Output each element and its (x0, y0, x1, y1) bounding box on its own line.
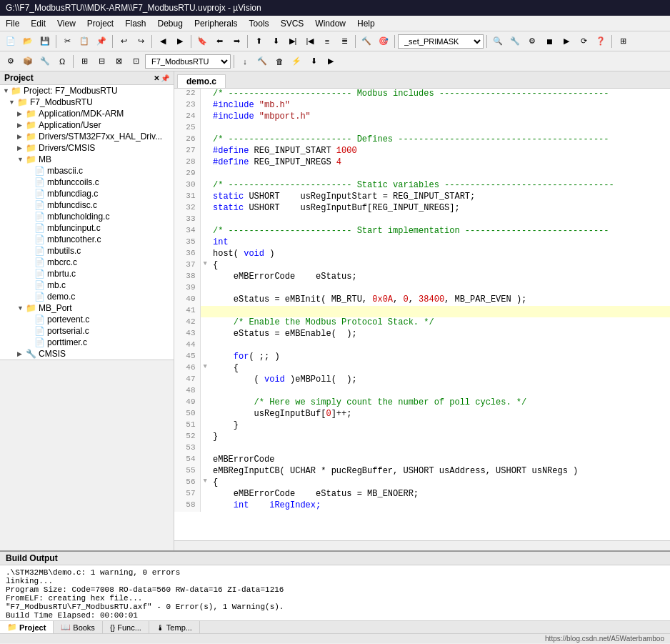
code-content[interactable]: eMBErrorCode eStatus = MB_ENOERR; (210, 489, 670, 500)
code-content[interactable]: usRegInputBuf[0]++; (210, 409, 670, 420)
code-content[interactable]: #include "mb.h" (210, 100, 670, 112)
tree-item-drivers-stm[interactable]: ▶📁Drivers/STM32F7xx_HAL_Driv... (0, 131, 174, 142)
tree-item-mbfuncinput[interactable]: 📄mbfuncinput.c (0, 222, 174, 234)
tb2-btn1[interactable]: ⚙ (3, 54, 19, 69)
tb2-clean[interactable]: 🗑 (271, 54, 287, 69)
code-content[interactable]: } (210, 420, 670, 432)
tree-item-mb-port[interactable]: ▼📁MB_Port (0, 302, 174, 314)
tb2-build[interactable]: 🔨 (254, 54, 270, 69)
code-content[interactable]: static USHORT usRegInputBuf[REG_INPUT_NR… (210, 203, 670, 214)
bottom-tab-temp[interactable]: 🌡Temp... (149, 621, 200, 633)
code-content[interactable]: } (210, 432, 670, 443)
tree-item-mb[interactable]: 📄mb.c (0, 279, 174, 291)
code-content[interactable]: { (210, 260, 670, 272)
code-content[interactable]: static USHORT usRegInputStart = REG_INPU… (210, 192, 670, 203)
code-content[interactable] (210, 169, 670, 180)
tree-item-cmsis[interactable]: ▶🔧CMSIS (0, 348, 174, 360)
code-content[interactable]: int iRegIndex; (210, 500, 670, 512)
code-content[interactable] (210, 283, 670, 294)
code-content[interactable]: #define REG_INPUT_NREGS 4 (210, 157, 670, 169)
save-btn[interactable]: 💾 (37, 34, 53, 49)
code-content[interactable]: eStatus = eMBEnable( ); (210, 329, 670, 340)
tree-item-f7[interactable]: ▼📁F7_ModbusRTU (0, 96, 174, 108)
tb2-arrow[interactable]: ↓ (237, 54, 253, 69)
tb2-download[interactable]: ⬇ (306, 54, 321, 69)
code-content[interactable]: #define REG_INPUT_START 1000 (210, 146, 670, 157)
code-content[interactable]: eMBRegInputCB( UCHAR * pucRegBuffer, USH… (210, 466, 670, 477)
dec-btn[interactable]: ⬇ (268, 34, 284, 49)
menu-item-view[interactable]: View (51, 17, 81, 30)
tb2-btn4[interactable]: Ω (54, 54, 70, 69)
tb2-flash[interactable]: ⚡ (289, 54, 304, 69)
copy-btn[interactable]: 📋 (76, 34, 92, 49)
redo-btn[interactable]: ↪ (133, 34, 149, 49)
tb2-btn5[interactable]: ⊞ (76, 54, 92, 69)
code-content[interactable]: int (210, 237, 670, 249)
tree-item-mbutils[interactable]: 📄mbutils.c (0, 245, 174, 257)
project-hscroll[interactable] (0, 360, 174, 368)
bookmark-btn[interactable]: 🔖 (194, 34, 210, 49)
code-content[interactable]: /* ------------------------ Start implem… (210, 226, 670, 237)
tb2-run[interactable]: ▶ (323, 54, 339, 69)
code-content[interactable] (210, 214, 670, 226)
menu-item-flash[interactable]: Flash (119, 17, 151, 30)
fwd-btn[interactable]: ▶ (172, 34, 188, 49)
bottom-tab-func[interactable]: {}Func... (103, 621, 149, 633)
code-content[interactable]: eStatus = eMBInit( MB_RTU, 0x0A, 0, 3840… (210, 294, 670, 306)
code-content[interactable]: #include "mbport.h" (210, 112, 670, 123)
fold-gutter[interactable]: ▼ (200, 363, 210, 375)
debug-btn[interactable]: 🔍 (490, 34, 506, 49)
tree-item-drivers-cmsis[interactable]: ▶📁Drivers/CMSIS (0, 142, 174, 154)
menu-item-window[interactable]: Window (309, 17, 351, 30)
code-content[interactable]: /* Enable the Modbus Protocol Stack. */ (210, 317, 670, 329)
tree-item-mbfuncholding[interactable]: 📄mbfuncholding.c (0, 211, 174, 222)
tree-item-mbfuncdisc[interactable]: 📄mbfuncdisc.c (0, 199, 174, 211)
back-btn[interactable]: ◀ (155, 34, 171, 49)
open-btn[interactable]: 📂 (20, 34, 36, 49)
code-content[interactable] (210, 123, 670, 134)
code-content[interactable]: for( ;; ) (210, 352, 670, 363)
inc-btn[interactable]: ⬆ (251, 34, 266, 49)
tree-item-mbrtu[interactable]: 📄mbrtu.c (0, 268, 174, 279)
prev-bookmark-btn[interactable]: ⬅ (211, 34, 227, 49)
tree-item-mbcrc[interactable]: 📄mbcrc.c (0, 257, 174, 268)
proj-close-icon[interactable]: ✕ (154, 74, 159, 82)
tab-demo-c[interactable]: demo.c (177, 74, 226, 88)
dbg3-btn[interactable]: ⚙ (524, 34, 540, 49)
paste-btn[interactable]: 📌 (94, 34, 109, 49)
tree-item-mbfuncother[interactable]: 📄mbfuncother.c (0, 234, 174, 245)
code-content[interactable]: /* Here we simply count the number of po… (210, 397, 670, 409)
align2-btn[interactable]: ≣ (336, 34, 352, 49)
code-content[interactable] (210, 443, 670, 455)
code-content[interactable]: eMBErrorCode (210, 455, 670, 466)
code-content[interactable]: /* ------------------------ Defines ----… (210, 134, 670, 146)
menu-item-project[interactable]: Project (81, 17, 119, 30)
tree-item-demo[interactable]: 📄demo.c (0, 291, 174, 302)
menu-item-peripherals[interactable]: Peripherals (189, 17, 244, 30)
code-area[interactable]: 22/* ------------------------ Modbus inc… (174, 89, 670, 540)
tree-item-mbfunccoils[interactable]: 📄mbfunccoils.c (0, 177, 174, 188)
tree-item-porttimer[interactable]: 📄porttimer.c (0, 337, 174, 348)
tree-item-mbfuncdiag[interactable]: 📄mbfuncdiag.c (0, 188, 174, 199)
build-btn[interactable]: 🔨 (359, 34, 374, 49)
code-content[interactable] (210, 386, 670, 397)
tree-root[interactable]: ▼ 📁 Project: F7_ModbusRTU (0, 85, 174, 96)
reset-btn[interactable]: ⟳ (576, 34, 591, 49)
tb2-btn2[interactable]: 📦 (20, 54, 36, 69)
window-btn[interactable]: ⊞ (615, 34, 631, 49)
dbg2-btn[interactable]: 🔧 (507, 34, 523, 49)
tb2-btn7[interactable]: ⊠ (111, 54, 126, 69)
next-bookmark-btn[interactable]: ➡ (229, 34, 244, 49)
indent-btn[interactable]: ▶| (285, 34, 301, 49)
code-content[interactable] (210, 306, 670, 317)
target-btn[interactable]: 🎯 (376, 34, 391, 49)
tb2-btn3[interactable]: 🔧 (37, 54, 53, 69)
fold-gutter[interactable]: ▼ (200, 477, 210, 489)
menu-item-tools[interactable]: Tools (244, 17, 275, 30)
tb2-btn6[interactable]: ⊟ (94, 54, 109, 69)
cut-btn[interactable]: ✂ (59, 34, 75, 49)
target-dropdown[interactable]: F7_ModbusRTU (145, 54, 231, 69)
run-btn[interactable]: ▶ (559, 34, 574, 49)
code-content[interactable]: eMBErrorCode eStatus; (210, 272, 670, 283)
tree-item-portserial[interactable]: 📄portserial.c (0, 325, 174, 337)
